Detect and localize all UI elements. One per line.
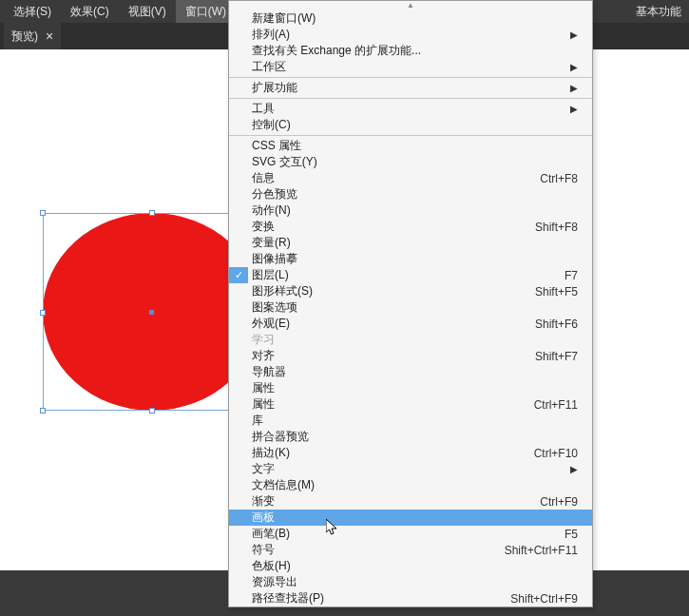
menu-item-label: 图形样式(S) bbox=[252, 283, 313, 299]
submenu-arrow-icon: ▶ bbox=[570, 29, 578, 40]
menu-item[interactable]: 属性 bbox=[229, 380, 592, 396]
menu-item-label: 分色预览 bbox=[252, 186, 297, 202]
menu-item-label: 色板(H) bbox=[252, 558, 291, 574]
menu-item[interactable]: 符号Shift+Ctrl+F11 bbox=[229, 542, 592, 558]
menu-item[interactable]: 分色预览 bbox=[229, 186, 592, 202]
submenu-arrow-icon: ▶ bbox=[570, 104, 578, 114]
menu-item[interactable]: 动作(N) bbox=[229, 202, 592, 219]
menu-item-label: 新建窗口(W) bbox=[252, 10, 316, 27]
menu-item[interactable]: 控制(C) bbox=[229, 117, 592, 133]
menu-item-label: 属性 bbox=[252, 380, 275, 396]
menu-item[interactable]: 图案选项 bbox=[229, 299, 592, 316]
menu-item[interactable]: 属性Ctrl+F11 bbox=[229, 396, 592, 413]
menu-item-shortcut: Shift+F5 bbox=[535, 285, 578, 298]
menu-item-shortcut: F7 bbox=[565, 269, 578, 282]
menu-separator bbox=[229, 98, 592, 99]
menu-item-label: 信息 bbox=[252, 170, 275, 186]
menu-item[interactable]: 描边(K)Ctrl+F10 bbox=[229, 445, 592, 461]
menu-item[interactable]: 渐变Ctrl+F9 bbox=[229, 493, 592, 510]
submenu-arrow-icon: ▶ bbox=[570, 83, 578, 93]
menu-item[interactable]: 图形样式(S)Shift+F5 bbox=[229, 283, 592, 299]
menu-item-shortcut: Ctrl+F9 bbox=[540, 495, 578, 509]
menu-item-shortcut: F5 bbox=[565, 528, 578, 541]
menu-item-shortcut: Shift+Ctrl+F11 bbox=[505, 544, 578, 557]
menu-item-label: 图案选项 bbox=[252, 299, 297, 316]
submenu-arrow-icon: ▶ bbox=[570, 62, 578, 72]
menu-item[interactable]: 路径查找器(P)Shift+Ctrl+F9 bbox=[229, 590, 592, 606]
menu-item-shortcut: Shift+F6 bbox=[535, 318, 578, 331]
menu-item[interactable]: 新建窗口(W) bbox=[229, 10, 592, 27]
menu-item[interactable]: SVG 交互(Y) bbox=[229, 154, 592, 170]
handle-tm[interactable] bbox=[149, 210, 155, 216]
menu-item[interactable]: 拼合器预览 bbox=[229, 429, 592, 445]
menu-item-label: 画板 bbox=[252, 510, 275, 526]
menu-item-label: 路径查找器(P) bbox=[252, 590, 324, 606]
menu-item-label: 渐变 bbox=[252, 493, 275, 510]
menu-item-shortcut: Shift+Ctrl+F9 bbox=[510, 592, 578, 606]
menu-item-label: 变换 bbox=[252, 219, 275, 235]
menu-item: 学习 bbox=[229, 332, 592, 348]
menu-item-label: 图像描摹 bbox=[252, 251, 297, 267]
menu-item-label: 库 bbox=[252, 413, 263, 429]
menu-item-label: 工作区 bbox=[252, 59, 286, 75]
menu-item-label: CSS 属性 bbox=[252, 138, 301, 154]
handle-ml[interactable] bbox=[40, 310, 46, 316]
menu-effects[interactable]: 效果(C) bbox=[61, 0, 119, 23]
menu-item-shortcut: Ctrl+F10 bbox=[534, 447, 578, 460]
menu-item[interactable]: 对齐Shift+F7 bbox=[229, 348, 592, 364]
center-point bbox=[149, 310, 154, 315]
menu-item-label: 对齐 bbox=[252, 348, 275, 364]
menu-item-shortcut: Shift+F8 bbox=[535, 221, 578, 234]
menu-item[interactable]: ✓图层(L)F7 bbox=[229, 267, 592, 283]
menu-item-label: 画笔(B) bbox=[252, 526, 290, 542]
menu-view[interactable]: 视图(V) bbox=[119, 0, 176, 23]
menu-item[interactable]: 图像描摹 bbox=[229, 251, 592, 267]
menu-item-label: 资源导出 bbox=[252, 574, 297, 590]
menu-item[interactable]: 色板(H) bbox=[229, 558, 592, 574]
menu-item-label: 文字 bbox=[252, 461, 275, 477]
menu-item-label: 工具 bbox=[252, 101, 275, 117]
menu-item-label: 符号 bbox=[252, 542, 275, 558]
menu-item-label: 拼合器预览 bbox=[252, 429, 309, 445]
menu-item[interactable]: 导航器 bbox=[229, 364, 592, 380]
menu-item-label: 导航器 bbox=[252, 364, 286, 380]
menu-window[interactable]: 窗口(W) bbox=[176, 0, 236, 23]
menu-item[interactable]: 工具▶ bbox=[229, 101, 592, 117]
menu-item-label: 动作(N) bbox=[252, 202, 291, 219]
menu-item-label: 排列(A) bbox=[252, 27, 290, 43]
menu-separator bbox=[229, 77, 592, 78]
workspace-label[interactable]: 基本功能 bbox=[628, 4, 689, 20]
menu-item-label: 图层(L) bbox=[252, 267, 289, 283]
menu-item[interactable]: 扩展功能▶ bbox=[229, 80, 592, 96]
close-icon[interactable]: × bbox=[46, 29, 53, 44]
menu-item[interactable]: 资源导出 bbox=[229, 574, 592, 590]
handle-bl[interactable] bbox=[40, 408, 46, 414]
document-tab[interactable]: 预览) × bbox=[4, 23, 61, 49]
menu-item[interactable]: 工作区▶ bbox=[229, 59, 592, 75]
menu-item-label: 外观(E) bbox=[252, 316, 290, 332]
menu-item[interactable]: CSS 属性 bbox=[229, 138, 592, 154]
menu-item-label: 描边(K) bbox=[252, 445, 290, 461]
menu-scroll-up-icon[interactable]: ▲ bbox=[229, 1, 592, 10]
menu-item[interactable]: 库 bbox=[229, 413, 592, 429]
menu-item-shortcut: Ctrl+F11 bbox=[534, 398, 578, 412]
handle-tl[interactable] bbox=[40, 210, 46, 216]
menu-item[interactable]: 文字▶ bbox=[229, 461, 592, 477]
submenu-arrow-icon: ▶ bbox=[570, 464, 578, 474]
menu-item[interactable]: 变量(R) bbox=[229, 235, 592, 251]
menu-item[interactable]: 查找有关 Exchange 的扩展功能... bbox=[229, 43, 592, 59]
menu-item[interactable]: 画笔(B)F5 bbox=[229, 526, 592, 542]
menu-separator bbox=[229, 135, 592, 136]
menu-item[interactable]: 文档信息(M) bbox=[229, 477, 592, 493]
menu-item-label: 学习 bbox=[252, 332, 275, 348]
menu-item[interactable]: 外观(E)Shift+F6 bbox=[229, 316, 592, 332]
menu-select[interactable]: 选择(S) bbox=[4, 0, 61, 23]
menu-item[interactable]: 变换Shift+F8 bbox=[229, 219, 592, 235]
handle-bm[interactable] bbox=[149, 408, 155, 414]
menu-item[interactable]: 信息Ctrl+F8 bbox=[229, 170, 592, 186]
menu-item[interactable]: 排列(A)▶ bbox=[229, 27, 592, 43]
menu-item-label: 变量(R) bbox=[252, 235, 291, 251]
menu-item-label: 查找有关 Exchange 的扩展功能... bbox=[252, 43, 421, 59]
menu-item[interactable]: 画板 bbox=[229, 510, 592, 526]
check-icon: ✓ bbox=[229, 267, 248, 283]
